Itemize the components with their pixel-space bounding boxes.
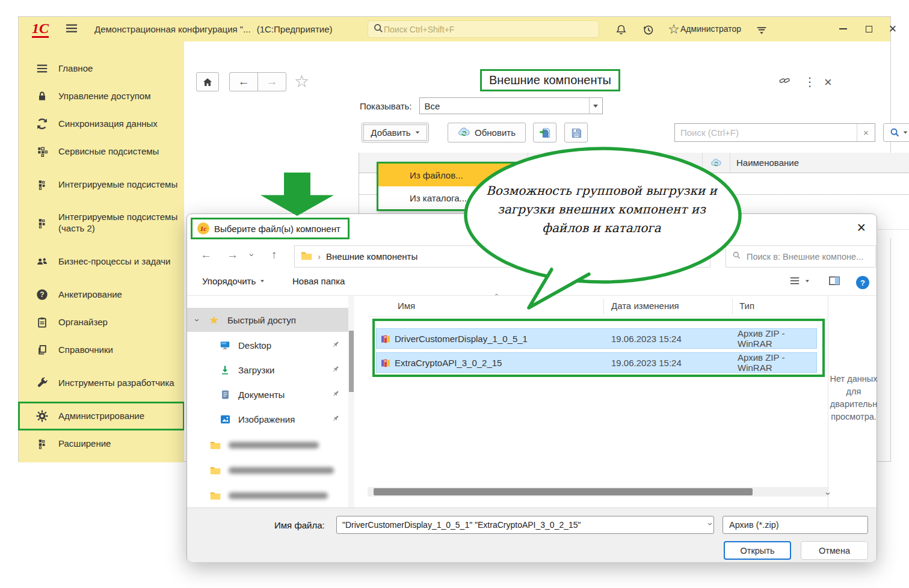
show-filter-select[interactable]: Все [419,97,603,114]
folder-tree: › ★ Быстрый доступ Desktop Загрузки Доку… [187,296,353,507]
sidebar-item-business-processes[interactable]: Бизнес-процессы и задачи [19,242,184,281]
home-button[interactable] [196,72,219,91]
tree-item-quick-access[interactable]: › ★ Быстрый доступ [187,308,348,332]
refresh-button[interactable]: Обновить [448,123,526,142]
pin-icon[interactable] [331,365,340,375]
tree-scrollbar[interactable] [348,296,354,507]
sidebar-item-integrated-subsystems-2[interactable]: Интегрируемые подсистемы (часть 2) [19,204,184,242]
nav-back-icon[interactable]: ← [200,248,212,262]
sidebar-item-developer-tools[interactable]: Инструменты разработчика [19,364,184,402]
tree-item-desktop[interactable]: Desktop [187,333,348,357]
notifications-bell-icon[interactable] [613,22,629,37]
service-settings-icon[interactable] [754,22,769,37]
file-type-filter-select[interactable]: Архив (*.zip) › [723,516,868,534]
nav-up-icon[interactable]: ↑ [271,248,277,262]
sidebar-item-main[interactable]: Главное [19,55,184,82]
sections-sidebar: Главное Управление доступом Синхронизаци… [19,41,184,462]
pin-icon[interactable] [331,414,340,424]
gear-icon [34,409,50,423]
tree-item-blurred-folder[interactable] [187,483,348,507]
close-page-icon[interactable]: × [824,75,832,90]
global-search-input[interactable] [384,25,594,34]
downloads-icon [218,364,232,376]
list-search-box[interactable]: × [674,123,875,142]
tree-item-downloads[interactable]: Загрузки [187,358,348,382]
filename-input[interactable] [337,520,708,530]
sidebar-item-access-control[interactable]: Управление доступом [19,82,184,110]
file-list-horizontal-scrollbar[interactable] [368,487,828,497]
blocks-icon [34,436,50,451]
show-label: Показывать: [360,101,412,111]
organize-button[interactable]: Упорядочить [202,276,265,286]
nav-recent-chevron-icon[interactable]: › [247,254,257,257]
link-icon[interactable] [778,75,791,90]
folder-icon [301,251,312,262]
pin-icon[interactable] [331,390,340,400]
chevron-down-icon[interactable]: › [706,522,716,528]
grid-blocks-icon [34,144,50,159]
tree-item-pictures[interactable]: Изображения [187,407,348,431]
current-user[interactable]: Администратор [680,24,741,34]
sidebar-item-organizer[interactable]: Органайзер [19,308,184,336]
view-mode-button[interactable] [789,276,810,286]
1c-logo[interactable]: 1С [32,21,49,38]
pictures-icon [218,413,232,425]
sidebar-item-extension[interactable]: Расширение [19,430,184,458]
filename-combobox[interactable]: › [336,516,714,534]
save-to-file-icon-button[interactable] [564,123,588,142]
tree-item-documents[interactable]: Документы [187,382,348,406]
menu-icon [34,61,50,76]
history-icon[interactable] [640,22,656,37]
dialog-search-box[interactable] [726,245,876,268]
preview-pane: Нет данных для дварительн просмотра. [828,296,878,507]
cancel-button[interactable]: Отмена [801,541,868,560]
column-name[interactable]: Имя [398,301,415,311]
chevron-down-icon[interactable] [589,98,602,114]
sidebar-item-surveys[interactable]: ? Анкетирование [19,281,184,308]
dialog-close-icon[interactable]: × [857,220,866,235]
clipboard-icon [34,315,50,329]
favorite-star-icon[interactable]: ☆ [294,72,309,91]
global-search[interactable] [368,20,599,38]
annotation-callout: Возможность групповой выгрузки и загрузк… [460,144,743,316]
list-search-input[interactable] [675,127,857,138]
sidebar-item-catalogs[interactable]: Справочники [19,336,184,364]
help-icon[interactable]: ? [856,276,869,289]
folder-icon [209,464,222,476]
scrollbar-thumb[interactable] [374,488,753,495]
preview-pane-button[interactable] [828,276,840,286]
chevron-down-icon[interactable]: › [193,310,203,330]
load-from-file-icon-button[interactable] [533,123,556,142]
clear-search-icon[interactable]: × [857,124,875,141]
desktop-icon [218,339,232,351]
sidebar-item-service-subsystems[interactable]: Сервисные подсистемы [19,138,184,165]
column-name[interactable]: Наименование [730,153,909,173]
nav-forward-icon[interactable]: → [227,248,238,262]
close-button[interactable]: × [884,20,902,37]
maximize-button[interactable] [860,20,878,37]
open-button[interactable]: Открыть [724,541,791,560]
more-kebab-icon[interactable]: ⋮ [804,75,816,89]
sidebar-item-integrated-subsystems[interactable]: Интегрируемые подсистемы [19,165,184,204]
sidebar-item-data-sync[interactable]: Синхронизация данных [19,110,184,138]
search-icon [373,23,384,36]
sidebar-item-administration[interactable]: Администрирование [19,402,184,430]
new-folder-button[interactable]: Новая папка [292,276,345,286]
favorites-star-icon[interactable]: ☆ [666,22,682,37]
dialog-search-input[interactable] [747,252,869,262]
forward-button[interactable]: → [257,72,286,91]
tree-item-blurred-folder[interactable] [187,458,348,482]
sync-icon [34,117,50,131]
app-title: Демонстрационная конфигурация "... [94,24,251,34]
tree-scrollbar-thumb[interactable] [349,331,354,392]
minimize-button[interactable] [834,20,852,37]
search-button[interactable] [883,123,909,142]
file-list: ˆ Имя Дата изменения Тип DriverCustomerD… [368,296,828,507]
app-title-bar: 1С Демонстрационная конфигурация "... (1… [19,17,890,41]
back-button[interactable]: ← [229,72,258,91]
pin-icon[interactable] [331,340,340,351]
add-button[interactable]: Добавить [362,123,429,142]
breadcrumb-folder[interactable]: Внешние компоненты [326,251,418,262]
tree-item-blurred-folder[interactable] [187,433,348,457]
main-menu-icon[interactable] [64,21,79,38]
